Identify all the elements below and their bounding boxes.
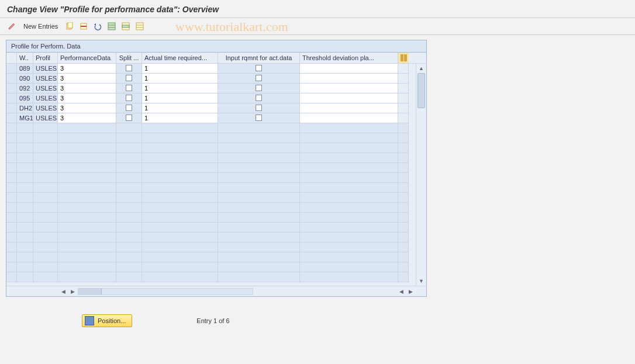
deselect-all-icon[interactable] xyxy=(134,20,146,32)
empty-cell xyxy=(33,203,58,213)
row-selector[interactable] xyxy=(6,84,17,93)
hscroll-thumb[interactable] xyxy=(78,289,102,294)
empty-cell xyxy=(6,272,17,282)
hscroll-right-icon[interactable]: ▶ xyxy=(68,287,77,296)
cell-profil: USLES xyxy=(33,74,58,84)
scroll-thumb[interactable] xyxy=(417,73,425,108)
empty-cell xyxy=(300,233,398,242)
table-row-empty xyxy=(6,183,426,193)
cell-input-checkbox[interactable] xyxy=(218,64,300,74)
scroll-up-icon[interactable]: ▲ xyxy=(416,64,426,73)
cell-actual-time[interactable]: 1 xyxy=(142,103,218,113)
empty-cell xyxy=(300,272,398,282)
cell-input-checkbox[interactable] xyxy=(218,103,300,113)
cell-cfg-spacer xyxy=(398,74,409,84)
cell-actual-time[interactable]: 1 xyxy=(142,84,218,93)
empty-cell xyxy=(218,163,300,173)
cell-threshold[interactable] xyxy=(300,84,398,93)
cell-actual-time[interactable]: 1 xyxy=(142,93,218,103)
cell-input-checkbox[interactable] xyxy=(218,74,300,84)
table-row-empty xyxy=(6,173,426,183)
horizontal-scrollbar[interactable] xyxy=(78,288,253,295)
select-all-icon[interactable] xyxy=(106,20,118,32)
table-row-empty xyxy=(6,133,426,143)
cell-performancedata[interactable]: 3 xyxy=(58,84,116,93)
column-header-input-rqmnt[interactable]: Input rqmnt for act.data xyxy=(218,53,300,63)
column-header-profil[interactable]: Profil xyxy=(33,53,58,63)
cell-split-checkbox[interactable] xyxy=(116,113,142,123)
cell-actual-time[interactable]: 1 xyxy=(142,64,218,74)
empty-cell xyxy=(398,203,409,213)
scroll-down-icon[interactable]: ▼ xyxy=(416,276,426,286)
cell-input-checkbox[interactable] xyxy=(218,113,300,123)
table-row-empty xyxy=(6,223,426,233)
empty-cell xyxy=(142,262,218,272)
empty-cell xyxy=(398,133,409,143)
cell-threshold[interactable] xyxy=(300,113,398,123)
hscroll-right2-icon[interactable]: ▶ xyxy=(406,287,415,296)
empty-cell xyxy=(33,163,58,173)
column-header-actual-time[interactable]: Actual time required... xyxy=(142,53,218,63)
cell-split-checkbox[interactable] xyxy=(116,64,142,74)
column-config-icon[interactable] xyxy=(398,53,409,63)
position-button[interactable]: Position... xyxy=(82,314,132,327)
cell-performancedata[interactable]: 3 xyxy=(58,113,116,123)
cell-threshold[interactable] xyxy=(300,64,398,74)
empty-cell xyxy=(116,262,142,272)
empty-cell xyxy=(142,252,218,262)
row-selector[interactable] xyxy=(6,103,17,113)
cell-threshold[interactable] xyxy=(300,103,398,113)
row-selector[interactable] xyxy=(6,64,17,74)
delete-icon[interactable] xyxy=(78,20,89,32)
cell-performancedata[interactable]: 3 xyxy=(58,74,116,84)
column-header-threshold[interactable]: Threshold deviation pla... xyxy=(300,53,398,63)
grid-container: Profile for Perform. Data W.. Profil Per… xyxy=(6,40,427,297)
row-selector[interactable] xyxy=(6,74,17,84)
empty-cell xyxy=(398,272,409,282)
empty-cell xyxy=(116,242,142,252)
row-selector[interactable] xyxy=(6,93,17,103)
empty-cell xyxy=(142,213,218,223)
vertical-scrollbar[interactable]: ▲ ▼ xyxy=(416,64,426,286)
column-header-performancedata[interactable]: PerformanceData xyxy=(58,53,116,63)
empty-cell xyxy=(58,242,116,252)
hscroll-left-icon[interactable]: ◀ xyxy=(59,287,67,296)
empty-cell xyxy=(398,213,409,223)
cell-input-checkbox[interactable] xyxy=(218,84,300,93)
empty-cell xyxy=(300,213,398,223)
column-header-who[interactable]: W.. xyxy=(17,53,33,63)
select-block-icon[interactable] xyxy=(120,20,132,32)
cell-input-checkbox[interactable] xyxy=(218,93,300,103)
empty-cell xyxy=(116,143,142,153)
empty-cell xyxy=(398,252,409,262)
cell-profil: USLES xyxy=(33,113,58,123)
cell-split-checkbox[interactable] xyxy=(116,84,142,93)
cell-threshold[interactable] xyxy=(300,93,398,103)
change-icon[interactable] xyxy=(6,20,18,32)
copy-icon[interactable] xyxy=(64,20,75,32)
cell-threshold[interactable] xyxy=(300,74,398,84)
empty-cell xyxy=(6,242,17,252)
hscroll-left2-icon[interactable]: ◀ xyxy=(397,287,405,296)
empty-cell xyxy=(33,143,58,153)
column-header-split[interactable]: Split ... xyxy=(116,53,142,63)
table-row-empty xyxy=(6,143,426,153)
empty-cell xyxy=(142,123,218,133)
cell-performancedata[interactable]: 3 xyxy=(58,103,116,113)
cell-split-checkbox[interactable] xyxy=(116,103,142,113)
cell-performancedata[interactable]: 3 xyxy=(58,93,116,103)
empty-cell xyxy=(300,252,398,262)
row-selector[interactable] xyxy=(6,113,17,123)
new-entries-button[interactable]: New Entries xyxy=(20,20,61,32)
empty-cell xyxy=(142,163,218,173)
cell-split-checkbox[interactable] xyxy=(116,74,142,84)
cell-cfg-spacer xyxy=(398,113,409,123)
cell-performancedata[interactable]: 3 xyxy=(58,64,116,74)
cell-actual-time[interactable]: 1 xyxy=(142,74,218,84)
empty-cell xyxy=(116,233,142,242)
cell-actual-time[interactable]: 1 xyxy=(142,113,218,123)
undo-icon[interactable] xyxy=(92,20,103,32)
cell-split-checkbox[interactable] xyxy=(116,93,142,103)
empty-cell xyxy=(300,183,398,193)
column-header-select[interactable] xyxy=(6,53,17,63)
